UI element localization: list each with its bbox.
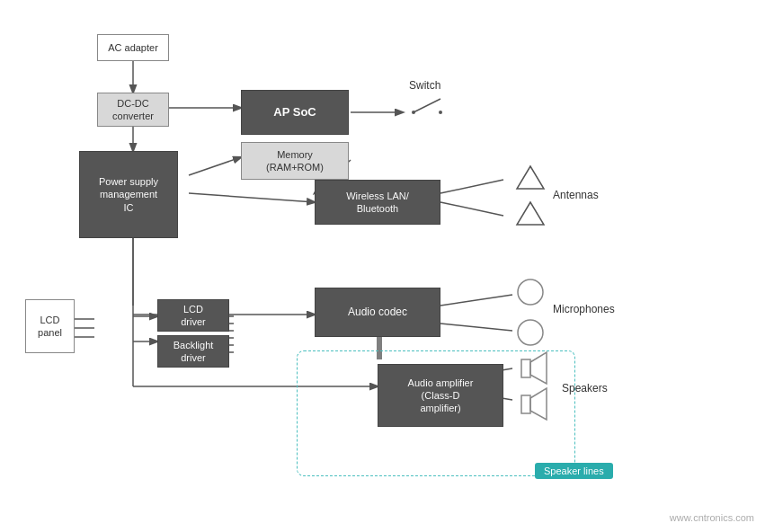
audio-amplifier-block: Audio amplifier (Class-D amplifier): [378, 364, 503, 427]
ac-adapter-block: AC adapter: [97, 34, 169, 61]
svg-point-33: [412, 111, 415, 114]
svg-line-7: [440, 180, 503, 193]
watermark: www.cntronics.com: [670, 512, 754, 523]
wireless-lan-block: Wireless LAN/ Bluetooth: [315, 180, 440, 225]
svg-line-4: [189, 193, 315, 202]
antennas-label: Antennas: [553, 189, 599, 201]
lcd-driver-block: LCD driver: [157, 299, 229, 332]
backlight-driver-block: Backlight driver: [157, 335, 229, 368]
ap-soc-block: AP SoC: [241, 90, 349, 135]
svg-line-31: [414, 99, 440, 112]
switch-label: Switch: [409, 79, 440, 92]
svg-line-19: [440, 324, 512, 331]
svg-point-37: [518, 279, 543, 305]
svg-marker-35: [517, 166, 544, 189]
dc-dc-converter-block: DC-DC converter: [97, 93, 169, 127]
speakers-label: Speakers: [562, 382, 608, 395]
speaker-lines-legend: Speaker lines: [535, 463, 613, 479]
svg-line-8: [440, 202, 503, 216]
svg-point-38: [518, 320, 543, 345]
svg-line-3: [189, 157, 241, 175]
svg-line-18: [440, 295, 512, 306]
power-supply-block: Power supply management IC: [79, 151, 178, 238]
svg-point-34: [439, 111, 442, 114]
lcd-panel-block: LCD panel: [25, 299, 75, 353]
svg-marker-36: [517, 202, 544, 225]
audio-codec-block: Audio codec: [315, 288, 440, 337]
microphones-label: Microphones: [553, 303, 615, 315]
memory-block: Memory (RAM+ROM): [241, 142, 349, 180]
